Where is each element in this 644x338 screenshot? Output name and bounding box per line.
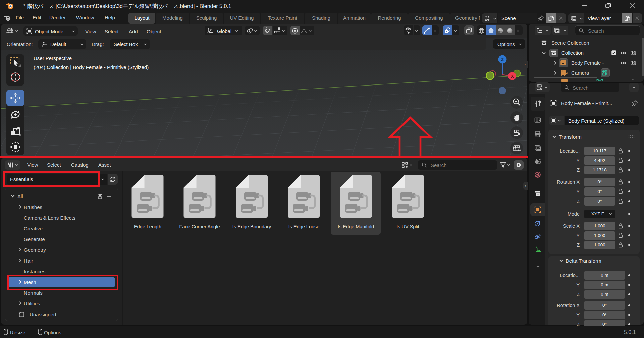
svg-text:Z: Z [501,57,504,62]
svg-text:X: X [511,74,514,79]
